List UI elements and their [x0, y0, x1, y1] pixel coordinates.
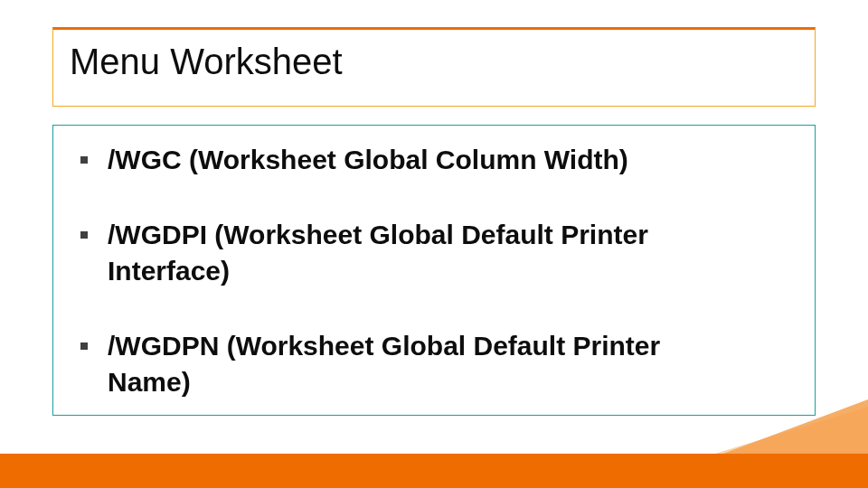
body-box: /WGC (Worksheet Global Column Width) /WG… [52, 125, 816, 416]
bullet-icon [80, 343, 88, 350]
list-item-line: /WGDPI (Worksheet Global Default Printer [108, 220, 648, 249]
title-box: Menu Worksheet [52, 27, 816, 107]
bullet-icon [80, 156, 88, 164]
decor-triangle [723, 399, 868, 454]
list-item-line: /WGC (Worksheet Global Column Width) [108, 145, 628, 174]
page-title: Menu Worksheet [70, 42, 798, 80]
list-item-text: /WGDPN (Worksheet Global Default Printer… [108, 328, 793, 401]
list-item: /WGDPN (Worksheet Global Default Printer… [75, 328, 793, 401]
list-item-text: /WGDPI (Worksheet Global Default Printer… [108, 217, 793, 290]
list-item-line: /WGDPN (Worksheet Global Default Printer [108, 331, 660, 361]
list-item: /WGC (Worksheet Global Column Width) [75, 142, 793, 179]
list-item: /WGDPI (Worksheet Global Default Printer… [75, 217, 793, 290]
list-item-line: Interface) [108, 253, 793, 290]
bullet-icon [80, 231, 88, 239]
list-item-line: Name) [108, 364, 793, 401]
list-item-text: /WGC (Worksheet Global Column Width) [108, 142, 793, 179]
decor-bottom-bar [0, 454, 868, 488]
slide: Menu Worksheet /WGC (Worksheet Global Co… [0, 0, 868, 488]
